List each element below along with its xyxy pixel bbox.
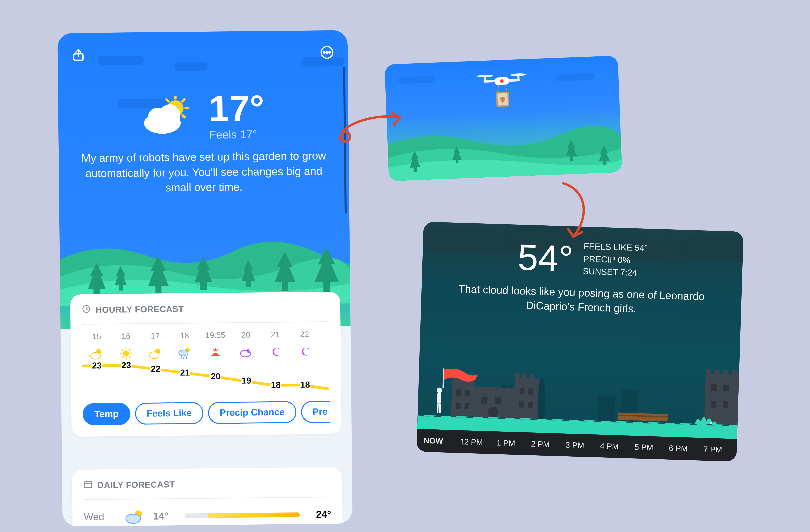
svg-rect-71 xyxy=(522,374,526,379)
timeline-item[interactable]: 1 PM xyxy=(488,438,523,448)
current-conditions: 17° Feels 17° My army of robots have set… xyxy=(58,88,349,196)
timeline-item[interactable]: 5 PM xyxy=(626,442,661,453)
svg-rect-78 xyxy=(495,397,501,404)
daily-low: 14° xyxy=(153,510,176,522)
widget-stats: FEELS LIKE 54° PRECIP 0% SUNSET 7:24 xyxy=(583,240,648,280)
svg-point-4 xyxy=(329,52,330,53)
night-clear-icon xyxy=(327,345,330,358)
svg-line-24 xyxy=(129,356,130,357)
drone-icon xyxy=(476,69,528,116)
hour-temp: 18 xyxy=(270,380,281,390)
svg-line-26 xyxy=(122,357,123,358)
hour-label: 23 xyxy=(319,329,330,339)
daily-high: 24° xyxy=(308,509,331,520)
svg-rect-72 xyxy=(529,374,534,379)
sunny-icon xyxy=(119,346,133,360)
person-icon xyxy=(434,387,445,415)
timeline-item[interactable]: 3 PM xyxy=(557,440,592,450)
svg-rect-82 xyxy=(528,402,533,408)
svg-rect-92 xyxy=(723,401,728,408)
svg-line-93 xyxy=(443,368,444,388)
hour-column: 22 18 xyxy=(290,329,320,392)
weather-widget-card: 54° FEELS LIKE 54° PRECIP 0% SUNSET 7:24… xyxy=(416,222,743,462)
svg-rect-91 xyxy=(711,401,716,407)
daily-row[interactable]: Wed 14° 24° xyxy=(84,497,331,525)
svg-rect-80 xyxy=(528,388,533,394)
svg-line-23 xyxy=(122,350,123,351)
hour-column: 17 22 xyxy=(141,331,171,393)
weather-app-screen: 17° Feels 17° My army of robots have set… xyxy=(57,30,352,526)
svg-rect-87 xyxy=(723,370,728,375)
rain-sun-icon xyxy=(178,346,191,359)
timeline-item[interactable]: 4 PM xyxy=(592,441,627,451)
daily-day-label: Wed xyxy=(84,511,117,523)
svg-line-7 xyxy=(182,99,184,101)
svg-point-28 xyxy=(149,352,159,358)
svg-rect-89 xyxy=(711,384,717,391)
svg-line-32 xyxy=(183,357,184,359)
svg-line-10 xyxy=(166,99,168,101)
svg-rect-66 xyxy=(514,378,539,419)
svg-line-31 xyxy=(181,357,181,359)
widget-feels: FEELS LIKE 54° xyxy=(583,240,648,255)
svg-point-94 xyxy=(437,388,442,393)
hourly-forecast-card: HOURLY FORECAST 15 23 16 23 17 22 xyxy=(70,292,341,437)
night-cloud-icon xyxy=(239,346,253,359)
hour-label: 16 xyxy=(111,331,141,341)
feels-like-label: Feels 17° xyxy=(209,128,265,141)
daily-forecast-card: DAILY FORECAST Wed 14° 24° xyxy=(72,467,343,527)
partly-sunny-icon xyxy=(90,347,103,360)
svg-rect-47 xyxy=(517,75,520,79)
svg-line-52 xyxy=(505,84,507,92)
svg-rect-96 xyxy=(437,404,439,413)
daily-temp-bar xyxy=(184,512,300,518)
widget-summary: 54° FEELS LIKE 54° PRECIP 0% SUNSET 7:24… xyxy=(421,235,743,319)
widget-precip: PRECIP 0% xyxy=(583,253,648,267)
svg-line-9 xyxy=(183,115,185,117)
chip-temp[interactable]: Temp xyxy=(83,403,130,425)
more-button[interactable] xyxy=(318,44,337,63)
hour-column: 16 23 xyxy=(111,331,141,394)
night-clear-icon xyxy=(298,345,311,358)
hills-illustration xyxy=(387,112,622,181)
hourly-scroll[interactable]: 15 23 16 23 17 22 18 21 19:55 xyxy=(82,321,330,394)
timeline-item[interactable]: 2 PM xyxy=(523,439,558,449)
svg-rect-73 xyxy=(456,389,461,395)
partly-sunny-icon xyxy=(142,96,196,137)
calendar-icon xyxy=(83,480,93,491)
svg-rect-88 xyxy=(732,370,737,375)
chip-truncated[interactable]: Pre xyxy=(301,401,330,423)
svg-rect-86 xyxy=(714,370,720,375)
daily-forecast-title: DAILY FORECAST xyxy=(97,479,175,490)
clock-icon xyxy=(82,304,91,316)
timeline-item[interactable]: 6 PM xyxy=(661,443,696,454)
partly-sunny-icon xyxy=(149,346,162,360)
svg-rect-90 xyxy=(723,385,729,391)
hour-label: 17 xyxy=(141,331,170,341)
hourly-forecast-title: HOURLY FORECAST xyxy=(96,304,184,315)
hour-temp: 21 xyxy=(179,367,190,378)
castle-scene xyxy=(417,352,740,439)
share-icon xyxy=(71,48,85,63)
current-temp: 17° xyxy=(209,90,264,127)
svg-point-43 xyxy=(126,514,140,523)
chip-precip-chance[interactable]: Precip Chance xyxy=(208,401,296,424)
hour-label: 20 xyxy=(231,330,261,340)
share-button[interactable] xyxy=(69,46,88,65)
svg-line-25 xyxy=(129,349,130,350)
hour-column: 15 23 xyxy=(82,332,112,394)
svg-point-35 xyxy=(278,348,279,349)
timeline-item[interactable]: 12 PM xyxy=(454,437,489,447)
widget-sunset: SUNSET 7:24 xyxy=(583,265,647,280)
hour-temp: 23 xyxy=(121,360,132,370)
svg-point-36 xyxy=(307,348,309,349)
svg-rect-75 xyxy=(456,403,461,409)
svg-rect-74 xyxy=(465,390,470,396)
chip-feels-like[interactable]: Feels Like xyxy=(135,402,204,425)
hour-temp: 18 xyxy=(300,380,311,390)
timeline-item[interactable]: NOW xyxy=(423,436,454,446)
svg-rect-70 xyxy=(515,373,519,379)
svg-rect-81 xyxy=(519,401,524,407)
hour-column: 21 18 xyxy=(261,330,291,392)
timeline-item[interactable]: 7 PM xyxy=(695,444,730,455)
